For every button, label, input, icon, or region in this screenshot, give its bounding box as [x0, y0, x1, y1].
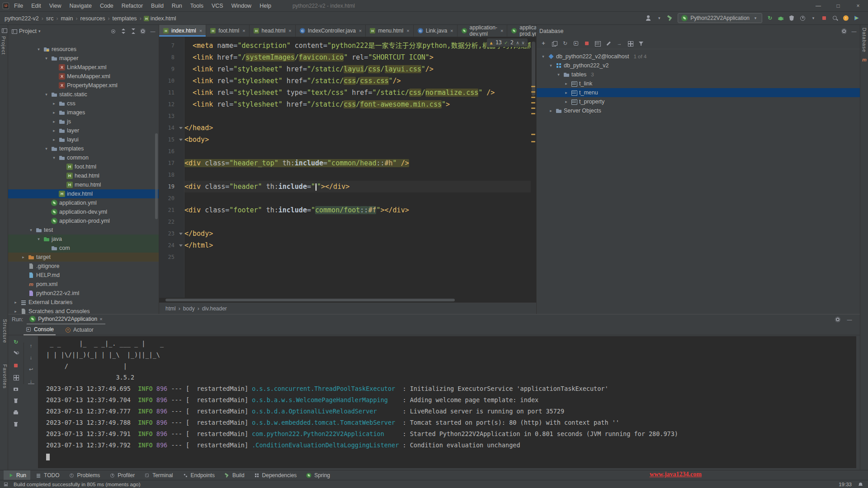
tree-item-server-objects[interactable]: ▸Server Objects	[537, 106, 860, 115]
fold-marker[interactable]	[176, 239, 184, 251]
tree-item-application-prod-yml[interactable]: application-prod.yml	[8, 216, 159, 225]
user-icon[interactable]	[645, 15, 651, 21]
warning-stripe-mark[interactable]	[531, 141, 535, 142]
tree-item-propertymapper-xml[interactable]: PropertyMapper.xml	[8, 81, 159, 90]
code-breadcrumb-div-header[interactable]: div.header	[202, 305, 227, 312]
prev-problem-icon[interactable]: ∧	[516, 40, 519, 45]
database-panel-title[interactable]: Database	[539, 28, 564, 34]
chevron-down-icon[interactable]: ▾	[540, 54, 546, 59]
gear-icon[interactable]	[835, 316, 841, 323]
chevron-right-icon[interactable]: ▸	[13, 300, 19, 305]
close-icon[interactable]: ×	[406, 28, 409, 33]
tree-item-db-python222-v2[interactable]: ▾db_python222_v2	[537, 61, 860, 70]
tree-item-common[interactable]: ▾common	[8, 153, 159, 162]
stop-icon[interactable]	[821, 15, 827, 21]
menu-tools[interactable]: Tools	[186, 3, 208, 9]
tab-menu-html[interactable]: menu.html×	[366, 25, 413, 37]
chevron-down-icon[interactable]: ▾	[43, 56, 49, 61]
close-icon[interactable]: ×	[242, 28, 245, 33]
tree-item-help-md[interactable]: HELP.md	[8, 271, 159, 280]
tab-head-html[interactable]: head.html×	[250, 25, 296, 37]
chevron-down-icon[interactable]: ▾	[38, 29, 41, 33]
log-logger-link[interactable]: o.s.s.concurrent.ThreadPoolTaskExecutor	[252, 385, 399, 392]
edit-icon[interactable]	[605, 40, 612, 47]
tree-item-java[interactable]: ▾java	[8, 235, 159, 244]
chevron-right-icon[interactable]: ▸	[13, 309, 19, 314]
expand-icon[interactable]	[120, 28, 126, 34]
gc-icon[interactable]	[13, 398, 19, 404]
toolwindow-button-endpoints[interactable]: Endpoints	[178, 470, 219, 480]
menu-view[interactable]: View	[45, 3, 66, 9]
log-logger-link[interactable]: o.s.b.a.w.s.WelcomePageHandlerMapping	[252, 396, 399, 404]
tree-item-t-property[interactable]: ▸t_property	[537, 97, 860, 106]
gear-icon[interactable]	[140, 28, 146, 34]
tree-item-t-menu[interactable]: ▸t_menu	[537, 88, 860, 97]
tree-item-head-html[interactable]: head.html	[8, 171, 159, 180]
tree-item-gitignore[interactable]: .gitignore	[8, 262, 159, 271]
warning-stripe-mark[interactable]	[531, 102, 535, 103]
breadcrumb-resources[interactable]: resources	[80, 15, 106, 22]
tree-item-target[interactable]: ▸target	[8, 253, 159, 262]
chevron-right-icon[interactable]: ▸	[51, 119, 57, 124]
tree-item-index-html[interactable]: index.html	[8, 189, 159, 198]
project-tool-icon[interactable]	[1, 27, 7, 33]
toolwindow-button-problems[interactable]: Problems	[64, 470, 104, 480]
tab-link-java[interactable]: Link.java×	[414, 25, 458, 37]
close-icon[interactable]: ×	[288, 28, 291, 33]
tree-item-css[interactable]: ▸css	[8, 99, 159, 108]
tree-item-static-static[interactable]: ▾static.static	[8, 90, 159, 99]
tree-item-js[interactable]: ▸js	[8, 117, 159, 126]
tree-item-python222-v2-iml[interactable]: python222-v2.iml	[8, 289, 159, 298]
menu-edit[interactable]: Edit	[27, 3, 45, 9]
run-configuration-select[interactable]: Python222V2Application	[678, 13, 762, 23]
run-icon[interactable]	[767, 15, 773, 21]
toolwindow-button-profiler[interactable]: Profiler	[105, 470, 139, 480]
tree-item-images[interactable]: ▸images	[8, 108, 159, 117]
toolwindow-button-run[interactable]: Run	[4, 470, 30, 480]
locate-icon[interactable]	[110, 28, 116, 34]
chevron-right-icon[interactable]: ▸	[563, 90, 569, 95]
camera-icon[interactable]	[13, 386, 19, 392]
notifications-bell-icon[interactable]	[857, 481, 863, 488]
hide-icon[interactable]	[846, 316, 853, 323]
gear-icon[interactable]	[841, 28, 847, 34]
toolwindow-button-terminal[interactable]: Terminal	[140, 470, 177, 480]
tab-actuator[interactable]: Actuator	[63, 324, 95, 335]
chevron-right-icon[interactable]: ▸	[563, 99, 569, 104]
warning-stripe-mark[interactable]	[531, 86, 535, 87]
menu-refactor[interactable]: Refactor	[118, 3, 147, 9]
close-icon[interactable]: ×	[199, 28, 202, 33]
tree-item-templates[interactable]: ▾templates	[8, 144, 159, 153]
softwrap-icon[interactable]	[28, 366, 34, 372]
tab-index-html[interactable]: index.html×	[159, 25, 206, 37]
sync-icon[interactable]	[562, 40, 568, 47]
chevron-down-icon[interactable]: ▾	[51, 155, 57, 160]
chevron-down-icon[interactable]: ▾	[548, 63, 554, 68]
chevron-right-icon[interactable]: ▸	[51, 128, 57, 133]
tree-item-scratches-and-consoles[interactable]: ▸Scratches and Consoles	[8, 307, 159, 314]
log-logger-link[interactable]: com.python222.Python222V2Application	[252, 430, 399, 437]
chevron-right-icon[interactable]: ▸	[563, 81, 569, 86]
rerun-icon[interactable]	[13, 339, 19, 345]
warning-stripe-mark[interactable]	[531, 97, 535, 98]
build-hammer-icon[interactable]	[667, 15, 673, 21]
toolwindow-button-build[interactable]: Build	[220, 470, 249, 480]
chevron-right-icon[interactable]: ▸	[20, 255, 26, 259]
menu-window[interactable]: Window	[227, 3, 255, 9]
stop-icon[interactable]	[13, 362, 19, 369]
filter-icon[interactable]	[638, 40, 644, 47]
tree-item-application-dev-yml[interactable]: application-dev.yml	[8, 207, 159, 216]
profiler-icon[interactable]	[799, 15, 806, 21]
close-icon[interactable]: ×	[99, 316, 102, 322]
copy-icon[interactable]	[551, 40, 557, 47]
chevron-right-icon[interactable]: ▸	[51, 101, 57, 106]
scrollend-icon[interactable]	[28, 378, 34, 384]
warning-stripe-mark[interactable]	[531, 113, 535, 114]
chevron-down-icon[interactable]	[656, 15, 662, 21]
minimize-button[interactable]: —	[808, 0, 828, 12]
code-breadcrumb-html[interactable]: html	[165, 305, 176, 312]
chevron-icon[interactable]	[810, 15, 816, 21]
chevron-right-icon[interactable]: ▸	[51, 110, 57, 115]
plugin-icon[interactable]	[854, 15, 860, 21]
debug-icon[interactable]	[778, 15, 784, 21]
